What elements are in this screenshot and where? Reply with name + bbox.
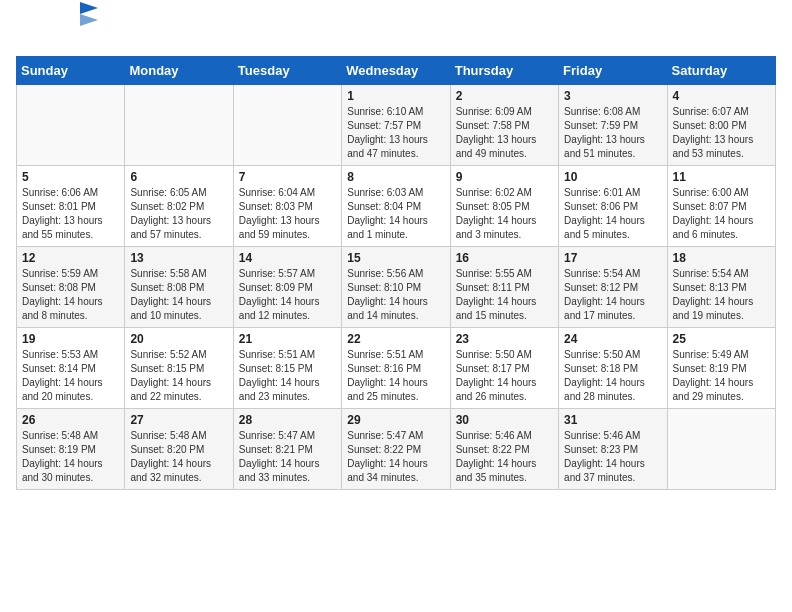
day-number: 22 [347,332,444,346]
day-number: 2 [456,89,553,103]
day-info: Sunrise: 5:47 AM Sunset: 8:22 PM Dayligh… [347,429,444,485]
day-number: 29 [347,413,444,427]
calendar-cell [17,85,125,166]
calendar-cell: 11Sunrise: 6:00 AM Sunset: 8:07 PM Dayli… [667,166,775,247]
day-number: 7 [239,170,336,184]
day-number: 21 [239,332,336,346]
day-number: 27 [130,413,227,427]
calendar-cell: 8Sunrise: 6:03 AM Sunset: 8:04 PM Daylig… [342,166,450,247]
calendar-cell: 2Sunrise: 6:09 AM Sunset: 7:58 PM Daylig… [450,85,558,166]
day-number: 28 [239,413,336,427]
svg-marker-0 [80,2,98,14]
calendar-cell: 5Sunrise: 6:06 AM Sunset: 8:01 PM Daylig… [17,166,125,247]
week-row-5: 26Sunrise: 5:48 AM Sunset: 8:19 PM Dayli… [17,409,776,490]
day-number: 30 [456,413,553,427]
day-info: Sunrise: 6:09 AM Sunset: 7:58 PM Dayligh… [456,105,553,161]
weekday-header-thursday: Thursday [450,57,558,85]
day-number: 17 [564,251,661,265]
day-number: 19 [22,332,119,346]
calendar-cell: 14Sunrise: 5:57 AM Sunset: 8:09 PM Dayli… [233,247,341,328]
weekday-header-friday: Friday [559,57,667,85]
weekday-header-row: SundayMondayTuesdayWednesdayThursdayFrid… [17,57,776,85]
day-info: Sunrise: 6:06 AM Sunset: 8:01 PM Dayligh… [22,186,119,242]
week-row-1: 1Sunrise: 6:10 AM Sunset: 7:57 PM Daylig… [17,85,776,166]
calendar-cell: 30Sunrise: 5:46 AM Sunset: 8:22 PM Dayli… [450,409,558,490]
calendar-cell: 21Sunrise: 5:51 AM Sunset: 8:15 PM Dayli… [233,328,341,409]
day-number: 5 [22,170,119,184]
day-info: Sunrise: 5:48 AM Sunset: 8:20 PM Dayligh… [130,429,227,485]
weekday-header-wednesday: Wednesday [342,57,450,85]
day-info: Sunrise: 5:56 AM Sunset: 8:10 PM Dayligh… [347,267,444,323]
calendar-cell: 13Sunrise: 5:58 AM Sunset: 8:08 PM Dayli… [125,247,233,328]
calendar-cell: 1Sunrise: 6:10 AM Sunset: 7:57 PM Daylig… [342,85,450,166]
calendar-cell: 29Sunrise: 5:47 AM Sunset: 8:22 PM Dayli… [342,409,450,490]
calendar-cell: 12Sunrise: 5:59 AM Sunset: 8:08 PM Dayli… [17,247,125,328]
calendar-cell: 20Sunrise: 5:52 AM Sunset: 8:15 PM Dayli… [125,328,233,409]
day-number: 3 [564,89,661,103]
calendar-cell: 4Sunrise: 6:07 AM Sunset: 8:00 PM Daylig… [667,85,775,166]
calendar-cell: 31Sunrise: 5:46 AM Sunset: 8:23 PM Dayli… [559,409,667,490]
calendar-table: SundayMondayTuesdayWednesdayThursdayFrid… [16,56,776,490]
day-number: 23 [456,332,553,346]
calendar-cell [233,85,341,166]
day-info: Sunrise: 5:47 AM Sunset: 8:21 PM Dayligh… [239,429,336,485]
day-info: Sunrise: 5:48 AM Sunset: 8:19 PM Dayligh… [22,429,119,485]
day-number: 1 [347,89,444,103]
day-info: Sunrise: 5:55 AM Sunset: 8:11 PM Dayligh… [456,267,553,323]
calendar-cell: 9Sunrise: 6:02 AM Sunset: 8:05 PM Daylig… [450,166,558,247]
calendar-cell: 24Sunrise: 5:50 AM Sunset: 8:18 PM Dayli… [559,328,667,409]
week-row-3: 12Sunrise: 5:59 AM Sunset: 8:08 PM Dayli… [17,247,776,328]
day-number: 14 [239,251,336,265]
day-info: Sunrise: 5:49 AM Sunset: 8:19 PM Dayligh… [673,348,770,404]
day-info: Sunrise: 5:51 AM Sunset: 8:15 PM Dayligh… [239,348,336,404]
weekday-header-sunday: Sunday [17,57,125,85]
day-number: 15 [347,251,444,265]
day-info: Sunrise: 6:02 AM Sunset: 8:05 PM Dayligh… [456,186,553,242]
calendar-cell: 22Sunrise: 5:51 AM Sunset: 8:16 PM Dayli… [342,328,450,409]
calendar-cell: 17Sunrise: 5:54 AM Sunset: 8:12 PM Dayli… [559,247,667,328]
page-header [16,16,776,48]
day-info: Sunrise: 5:58 AM Sunset: 8:08 PM Dayligh… [130,267,227,323]
day-number: 13 [130,251,227,265]
calendar-cell: 6Sunrise: 6:05 AM Sunset: 8:02 PM Daylig… [125,166,233,247]
day-number: 6 [130,170,227,184]
day-info: Sunrise: 5:46 AM Sunset: 8:23 PM Dayligh… [564,429,661,485]
calendar-cell: 15Sunrise: 5:56 AM Sunset: 8:10 PM Dayli… [342,247,450,328]
calendar-cell [667,409,775,490]
calendar-cell [125,85,233,166]
day-number: 24 [564,332,661,346]
day-number: 8 [347,170,444,184]
svg-marker-1 [80,14,98,26]
day-number: 26 [22,413,119,427]
day-info: Sunrise: 5:54 AM Sunset: 8:12 PM Dayligh… [564,267,661,323]
calendar-cell: 10Sunrise: 6:01 AM Sunset: 8:06 PM Dayli… [559,166,667,247]
week-row-4: 19Sunrise: 5:53 AM Sunset: 8:14 PM Dayli… [17,328,776,409]
weekday-header-tuesday: Tuesday [233,57,341,85]
day-info: Sunrise: 6:01 AM Sunset: 8:06 PM Dayligh… [564,186,661,242]
calendar-cell: 19Sunrise: 5:53 AM Sunset: 8:14 PM Dayli… [17,328,125,409]
logo [16,16,46,48]
day-info: Sunrise: 5:53 AM Sunset: 8:14 PM Dayligh… [22,348,119,404]
day-info: Sunrise: 6:04 AM Sunset: 8:03 PM Dayligh… [239,186,336,242]
calendar-cell: 27Sunrise: 5:48 AM Sunset: 8:20 PM Dayli… [125,409,233,490]
weekday-header-saturday: Saturday [667,57,775,85]
day-number: 11 [673,170,770,184]
day-info: Sunrise: 5:54 AM Sunset: 8:13 PM Dayligh… [673,267,770,323]
day-info: Sunrise: 5:59 AM Sunset: 8:08 PM Dayligh… [22,267,119,323]
calendar-cell: 25Sunrise: 5:49 AM Sunset: 8:19 PM Dayli… [667,328,775,409]
day-info: Sunrise: 6:07 AM Sunset: 8:00 PM Dayligh… [673,105,770,161]
day-info: Sunrise: 5:46 AM Sunset: 8:22 PM Dayligh… [456,429,553,485]
day-info: Sunrise: 5:52 AM Sunset: 8:15 PM Dayligh… [130,348,227,404]
calendar-cell: 28Sunrise: 5:47 AM Sunset: 8:21 PM Dayli… [233,409,341,490]
day-info: Sunrise: 6:00 AM Sunset: 8:07 PM Dayligh… [673,186,770,242]
day-info: Sunrise: 6:03 AM Sunset: 8:04 PM Dayligh… [347,186,444,242]
logo-icon [76,0,104,26]
calendar-cell: 18Sunrise: 5:54 AM Sunset: 8:13 PM Dayli… [667,247,775,328]
day-number: 10 [564,170,661,184]
day-info: Sunrise: 5:57 AM Sunset: 8:09 PM Dayligh… [239,267,336,323]
day-number: 31 [564,413,661,427]
week-row-2: 5Sunrise: 6:06 AM Sunset: 8:01 PM Daylig… [17,166,776,247]
day-number: 25 [673,332,770,346]
day-info: Sunrise: 6:05 AM Sunset: 8:02 PM Dayligh… [130,186,227,242]
day-info: Sunrise: 5:51 AM Sunset: 8:16 PM Dayligh… [347,348,444,404]
